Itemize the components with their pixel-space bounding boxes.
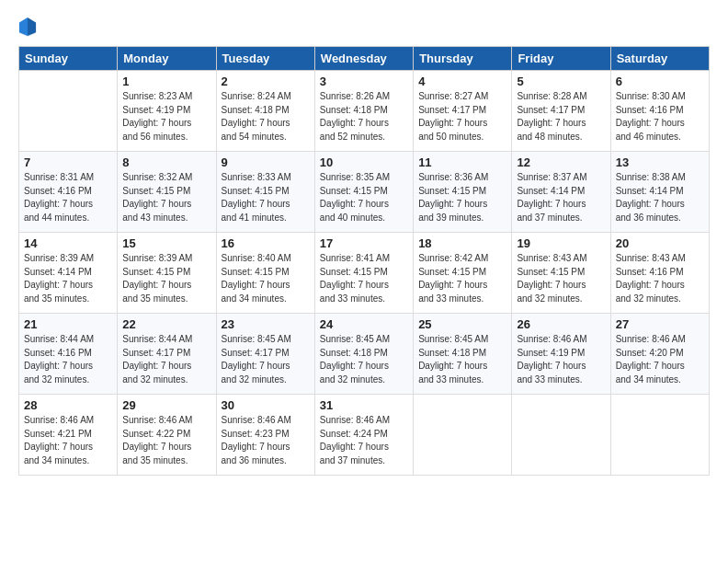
calendar-cell: 8Sunrise: 8:32 AM Sunset: 4:15 PM Daylig… — [118, 152, 216, 233]
week-row-2: 7Sunrise: 8:31 AM Sunset: 4:16 PM Daylig… — [19, 152, 710, 233]
day-number: 5 — [517, 75, 605, 88]
day-info: Sunrise: 8:31 AM Sunset: 4:16 PM Dayligh… — [24, 171, 112, 224]
day-info: Sunrise: 8:30 AM Sunset: 4:16 PM Dayligh… — [616, 90, 704, 144]
day-info: Sunrise: 8:37 AM Sunset: 4:14 PM Dayligh… — [517, 171, 605, 224]
calendar-cell — [414, 395, 512, 476]
header — [18, 17, 710, 37]
day-info: Sunrise: 8:24 AM Sunset: 4:18 PM Dayligh… — [222, 90, 310, 144]
calendar-cell: 9Sunrise: 8:33 AM Sunset: 4:15 PM Daylig… — [216, 152, 314, 233]
calendar-cell: 2Sunrise: 8:24 AM Sunset: 4:18 PM Daylig… — [216, 71, 314, 152]
header-row: SundayMondayTuesdayWednesdayThursdayFrid… — [19, 47, 710, 71]
day-number: 30 — [222, 398, 310, 412]
col-header-monday: Monday — [118, 47, 216, 71]
col-header-sunday: Sunday — [19, 47, 118, 71]
day-number: 14 — [24, 236, 112, 250]
day-number: 28 — [24, 398, 112, 412]
day-info: Sunrise: 8:33 AM Sunset: 4:15 PM Dayligh… — [222, 171, 310, 224]
col-header-saturday: Saturday — [610, 47, 709, 71]
day-info: Sunrise: 8:44 AM Sunset: 4:17 PM Dayligh… — [122, 333, 210, 386]
calendar-cell: 17Sunrise: 8:41 AM Sunset: 4:15 PM Dayli… — [314, 233, 413, 314]
calendar-cell — [512, 395, 610, 476]
calendar-cell — [19, 71, 118, 152]
day-info: Sunrise: 8:45 AM Sunset: 4:18 PM Dayligh… — [320, 333, 408, 386]
day-info: Sunrise: 8:28 AM Sunset: 4:17 PM Dayligh… — [517, 90, 605, 144]
calendar-cell: 16Sunrise: 8:40 AM Sunset: 4:15 PM Dayli… — [216, 233, 314, 314]
col-header-thursday: Thursday — [414, 47, 512, 71]
day-info: Sunrise: 8:46 AM Sunset: 4:20 PM Dayligh… — [616, 333, 704, 386]
calendar-cell: 14Sunrise: 8:39 AM Sunset: 4:14 PM Dayli… — [19, 233, 118, 314]
calendar-cell: 7Sunrise: 8:31 AM Sunset: 4:16 PM Daylig… — [19, 152, 118, 233]
day-number: 8 — [122, 155, 210, 169]
calendar-cell: 20Sunrise: 8:43 AM Sunset: 4:16 PM Dayli… — [610, 233, 709, 314]
calendar-cell: 23Sunrise: 8:45 AM Sunset: 4:17 PM Dayli… — [216, 314, 314, 395]
day-number: 19 — [517, 236, 605, 250]
day-info: Sunrise: 8:40 AM Sunset: 4:15 PM Dayligh… — [222, 252, 310, 305]
day-number: 4 — [418, 75, 506, 88]
day-info: Sunrise: 8:39 AM Sunset: 4:15 PM Dayligh… — [122, 252, 210, 305]
calendar-table: SundayMondayTuesdayWednesdayThursdayFrid… — [18, 46, 710, 476]
calendar-cell: 12Sunrise: 8:37 AM Sunset: 4:14 PM Dayli… — [512, 152, 610, 233]
day-info: Sunrise: 8:23 AM Sunset: 4:19 PM Dayligh… — [122, 90, 210, 144]
day-info: Sunrise: 8:32 AM Sunset: 4:15 PM Dayligh… — [122, 171, 210, 224]
day-number: 13 — [616, 155, 704, 169]
col-header-wednesday: Wednesday — [314, 47, 413, 71]
day-number: 17 — [320, 236, 408, 250]
calendar-cell: 10Sunrise: 8:35 AM Sunset: 4:15 PM Dayli… — [314, 152, 413, 233]
day-number: 16 — [222, 236, 310, 250]
day-number: 22 — [122, 317, 210, 331]
day-number: 18 — [418, 236, 506, 250]
calendar-cell: 27Sunrise: 8:46 AM Sunset: 4:20 PM Dayli… — [610, 314, 709, 395]
day-info: Sunrise: 8:39 AM Sunset: 4:14 PM Dayligh… — [24, 252, 112, 305]
week-row-1: 1Sunrise: 8:23 AM Sunset: 4:19 PM Daylig… — [19, 71, 710, 152]
logo-icon — [18, 17, 37, 37]
col-header-tuesday: Tuesday — [216, 47, 314, 71]
day-number: 31 — [320, 398, 408, 412]
day-number: 23 — [222, 317, 310, 331]
day-info: Sunrise: 8:46 AM Sunset: 4:23 PM Dayligh… — [222, 414, 310, 467]
logo — [18, 17, 39, 37]
calendar-cell: 6Sunrise: 8:30 AM Sunset: 4:16 PM Daylig… — [610, 71, 709, 152]
day-number: 20 — [616, 236, 704, 250]
day-number: 12 — [517, 155, 605, 169]
calendar-cell: 18Sunrise: 8:42 AM Sunset: 4:15 PM Dayli… — [414, 233, 512, 314]
day-info: Sunrise: 8:46 AM Sunset: 4:21 PM Dayligh… — [24, 414, 112, 467]
calendar-cell: 1Sunrise: 8:23 AM Sunset: 4:19 PM Daylig… — [118, 71, 216, 152]
calendar-cell: 13Sunrise: 8:38 AM Sunset: 4:14 PM Dayli… — [610, 152, 709, 233]
calendar-cell: 31Sunrise: 8:46 AM Sunset: 4:24 PM Dayli… — [314, 395, 413, 476]
calendar-cell: 11Sunrise: 8:36 AM Sunset: 4:15 PM Dayli… — [414, 152, 512, 233]
day-number: 3 — [320, 75, 408, 88]
week-row-4: 21Sunrise: 8:44 AM Sunset: 4:16 PM Dayli… — [19, 314, 710, 395]
calendar-cell: 25Sunrise: 8:45 AM Sunset: 4:18 PM Dayli… — [414, 314, 512, 395]
day-number: 21 — [24, 317, 112, 331]
day-info: Sunrise: 8:41 AM Sunset: 4:15 PM Dayligh… — [320, 252, 408, 305]
calendar-cell: 3Sunrise: 8:26 AM Sunset: 4:18 PM Daylig… — [314, 71, 413, 152]
day-info: Sunrise: 8:27 AM Sunset: 4:17 PM Dayligh… — [418, 90, 506, 144]
day-info: Sunrise: 8:45 AM Sunset: 4:17 PM Dayligh… — [222, 333, 310, 386]
day-info: Sunrise: 8:26 AM Sunset: 4:18 PM Dayligh… — [320, 90, 408, 144]
day-number: 11 — [418, 155, 506, 169]
calendar-cell — [610, 395, 709, 476]
day-number: 25 — [418, 317, 506, 331]
day-number: 9 — [222, 155, 310, 169]
calendar-cell: 22Sunrise: 8:44 AM Sunset: 4:17 PM Dayli… — [118, 314, 216, 395]
day-number: 24 — [320, 317, 408, 331]
day-info: Sunrise: 8:42 AM Sunset: 4:15 PM Dayligh… — [418, 252, 506, 305]
day-number: 27 — [616, 317, 704, 331]
day-info: Sunrise: 8:43 AM Sunset: 4:16 PM Dayligh… — [616, 252, 704, 305]
day-info: Sunrise: 8:36 AM Sunset: 4:15 PM Dayligh… — [418, 171, 506, 224]
calendar-cell: 4Sunrise: 8:27 AM Sunset: 4:17 PM Daylig… — [414, 71, 512, 152]
day-info: Sunrise: 8:46 AM Sunset: 4:24 PM Dayligh… — [320, 414, 408, 467]
calendar-cell: 26Sunrise: 8:46 AM Sunset: 4:19 PM Dayli… — [512, 314, 610, 395]
calendar-cell: 28Sunrise: 8:46 AM Sunset: 4:21 PM Dayli… — [19, 395, 118, 476]
day-info: Sunrise: 8:43 AM Sunset: 4:15 PM Dayligh… — [517, 252, 605, 305]
day-info: Sunrise: 8:46 AM Sunset: 4:19 PM Dayligh… — [517, 333, 605, 386]
calendar-cell: 5Sunrise: 8:28 AM Sunset: 4:17 PM Daylig… — [512, 71, 610, 152]
day-number: 15 — [122, 236, 210, 250]
week-row-3: 14Sunrise: 8:39 AM Sunset: 4:14 PM Dayli… — [19, 233, 710, 314]
day-number: 7 — [24, 155, 112, 169]
calendar-cell: 29Sunrise: 8:46 AM Sunset: 4:22 PM Dayli… — [118, 395, 216, 476]
week-row-5: 28Sunrise: 8:46 AM Sunset: 4:21 PM Dayli… — [19, 395, 710, 476]
day-number: 1 — [122, 75, 210, 88]
day-number: 2 — [222, 75, 310, 88]
calendar-cell: 19Sunrise: 8:43 AM Sunset: 4:15 PM Dayli… — [512, 233, 610, 314]
